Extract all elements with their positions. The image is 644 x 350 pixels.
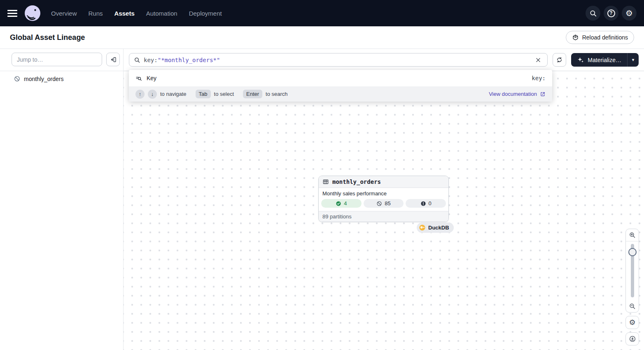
nav-item-automation[interactable]: Automation [146, 10, 177, 17]
materialized-count-badge: 4 [321, 199, 362, 208]
materialize-label: Materialize… [588, 57, 621, 63]
lineage-main: key:"*monthly_orders*" [124, 49, 644, 350]
settings-button[interactable]: ⚙ [622, 6, 637, 21]
refresh-icon [556, 56, 563, 63]
check-circle-icon [336, 201, 341, 206]
tab-keycap: Tab [196, 90, 211, 98]
zoom-out-button[interactable] [626, 300, 639, 312]
asset-search-input[interactable]: key:"*monthly_orders*" [129, 53, 548, 67]
zoom-in-icon [629, 232, 636, 239]
never-materialized-icon [14, 75, 21, 82]
lineage-sidebar: monthly_orders [0, 49, 124, 350]
close-icon [535, 57, 541, 63]
slash-circle-icon [376, 201, 382, 206]
search-query: key:"*monthly_orders*" [144, 57, 220, 63]
arrow-up-keycap: ↑ [135, 90, 145, 99]
enter-keycap: Enter [243, 90, 262, 98]
asset-node-partitions: 89 partitions [319, 211, 448, 222]
kind-tag-duckdb: DuckDB [417, 223, 454, 233]
arrow-down-keycap: ↓ [148, 90, 157, 99]
top-nav: Overview Runs Assets Automation Deployme… [0, 0, 644, 26]
sparkle-icon [577, 56, 584, 64]
lineage-canvas[interactable]: monthly_orders Monthly sales performance… [124, 71, 644, 350]
graph-settings-button[interactable]: ⚙ [625, 316, 639, 329]
nav-item-runs[interactable]: Runs [89, 10, 103, 17]
global-search-button[interactable] [586, 6, 600, 21]
failed-count-badge: 0 [406, 199, 446, 208]
asset-node-badges: 4 85 [319, 198, 448, 211]
zoom-panel [625, 229, 639, 313]
filter-search-icon [135, 75, 142, 82]
caret-down-icon: ▾ [632, 57, 635, 63]
sidebar-item-label: monthly_orders [24, 76, 64, 82]
gear-icon: ⚙ [625, 9, 633, 17]
page-header: Global Asset Lineage Reload definitions [0, 26, 644, 49]
badge-value: 4 [344, 200, 347, 206]
sidebar-jump-row [0, 49, 123, 71]
search-icon [134, 57, 140, 63]
suggestion-syntax-hint: key: [532, 75, 546, 81]
suggestion-row-key[interactable]: Key key: [129, 70, 552, 86]
reload-definitions-button[interactable]: Reload definitions [566, 31, 634, 44]
navigate-hint-label: to navigate [160, 91, 187, 97]
recenter-graph-button[interactable] [625, 332, 639, 345]
partitions-label: 89 partitions [322, 213, 352, 220]
top-nav-actions: ? ⚙ [586, 6, 637, 21]
table-icon [322, 178, 329, 185]
badge-value: 0 [429, 200, 432, 206]
asset-node-monthly-orders[interactable]: monthly_orders Monthly sales performance… [318, 176, 449, 222]
recenter-icon [629, 335, 636, 343]
asset-node-header: monthly_orders [319, 176, 448, 188]
dagster-logo-icon[interactable] [25, 5, 40, 21]
arrow-down-icon: ↓ [151, 91, 154, 97]
sidebar-item-monthly-orders[interactable]: monthly_orders [0, 71, 123, 86]
zoom-out-icon [629, 303, 636, 310]
badge-value: 85 [385, 200, 390, 206]
nav-item-assets[interactable]: Assets [114, 10, 135, 17]
help-button[interactable]: ? [604, 6, 618, 21]
hamburger-menu-icon[interactable] [7, 7, 19, 19]
kind-tag-label: DuckDB [428, 225, 449, 231]
clear-search-button[interactable] [534, 56, 543, 65]
suggestion-label: Key [147, 75, 156, 81]
global-asset-lineage-page: Overview Runs Assets Automation Deployme… [0, 0, 644, 350]
materialize-split-button: Materialize… ▾ [571, 53, 639, 67]
select-hint-label: to select [214, 91, 234, 97]
zoom-slider-thumb[interactable] [628, 248, 637, 256]
asset-node-title: monthly_orders [332, 178, 381, 185]
help-icon: ? [607, 9, 615, 17]
missing-count-badge: 85 [364, 199, 404, 208]
jump-to-input[interactable] [12, 53, 102, 66]
body: monthly_orders key:"*monthly_orders*" [0, 49, 644, 350]
duckdb-icon [419, 224, 426, 231]
external-link-icon [540, 91, 546, 97]
search-suggestions-dropdown: Key key: ↑ ↓ to navigate Tab to select E… [129, 70, 552, 102]
primary-nav: Overview Runs Assets Automation Deployme… [51, 10, 222, 17]
lineage-toolbar: key:"*monthly_orders*" [124, 49, 644, 71]
nav-item-overview[interactable]: Overview [51, 10, 77, 17]
alert-circle-icon [420, 201, 426, 206]
search-icon [589, 9, 597, 17]
collapse-panel-icon [110, 56, 117, 63]
materialize-dropdown-button[interactable]: ▾ [627, 53, 639, 67]
gear-icon: ⚙ [629, 319, 635, 326]
view-documentation-link[interactable]: View documentation [489, 91, 546, 97]
dropdown-footer: ↑ ↓ to navigate Tab to select Enter to s… [129, 86, 552, 102]
page-title: Global Asset Lineage [10, 33, 85, 42]
refresh-graph-button[interactable] [553, 53, 566, 67]
search-query-prefix: key: [144, 57, 158, 63]
nav-item-deployment[interactable]: Deployment [189, 10, 222, 17]
zoom-slider[interactable] [626, 241, 639, 300]
arrow-up-icon: ↑ [139, 91, 142, 97]
code-location-refresh-icon [572, 34, 579, 41]
view-documentation-label: View documentation [489, 91, 537, 97]
reload-definitions-label: Reload definitions [582, 34, 628, 41]
asset-node-description: Monthly sales performance [319, 188, 448, 198]
materialize-button[interactable]: Materialize… [571, 53, 627, 67]
zoom-in-button[interactable] [626, 229, 639, 241]
search-hint-label: to search [266, 91, 287, 97]
search-query-value: "*monthly_orders*" [158, 57, 220, 63]
collapse-sidebar-button[interactable] [106, 53, 120, 66]
